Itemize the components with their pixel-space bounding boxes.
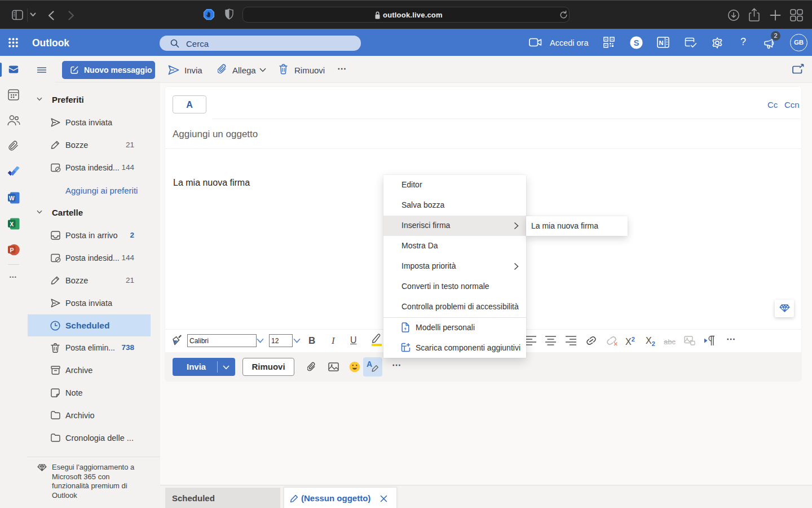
svg-text:X: X xyxy=(10,221,14,227)
svg-text:N: N xyxy=(659,40,664,46)
svg-text:S: S xyxy=(634,38,639,47)
svg-text:P: P xyxy=(10,247,14,253)
svg-text:W: W xyxy=(9,195,15,202)
